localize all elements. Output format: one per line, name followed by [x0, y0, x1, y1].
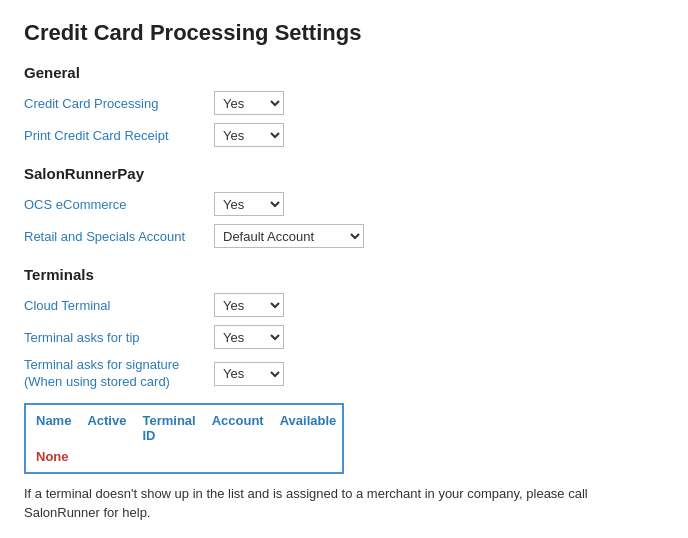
section-general-title: General: [24, 64, 664, 81]
retail-specials-account-select[interactable]: Default Account: [214, 224, 364, 248]
terminal-asks-for-signature-label-container: Terminal asks for signature (When using …: [24, 357, 204, 391]
cloud-terminal-row: Cloud Terminal Yes No: [24, 293, 664, 317]
credit-card-processing-select[interactable]: Yes No: [214, 91, 284, 115]
print-credit-card-receipt-select[interactable]: Yes No: [214, 123, 284, 147]
terminal-asks-for-signature-select[interactable]: Yes No: [214, 362, 284, 386]
section-terminals-title: Terminals: [24, 266, 664, 283]
print-credit-card-receipt-row: Print Credit Card Receipt Yes No: [24, 123, 664, 147]
terminals-table-container: Name Active Terminal ID Account Availabl…: [24, 403, 344, 474]
terminal-asks-for-signature-label-line2: (When using stored card): [24, 374, 204, 391]
col-terminal-id: Terminal ID: [142, 413, 195, 443]
terminal-asks-for-tip-label: Terminal asks for tip: [24, 330, 204, 345]
terminal-asks-for-signature-row: Terminal asks for signature (When using …: [24, 357, 664, 391]
terminal-asks-for-signature-label-line1: Terminal asks for signature: [24, 357, 204, 374]
col-account: Account: [212, 413, 264, 443]
info-text: If a terminal doesn't show up in the lis…: [24, 484, 664, 523]
col-active: Active: [87, 413, 126, 443]
ocs-ecommerce-label: OCS eCommerce: [24, 197, 204, 212]
terminals-table-empty: None: [36, 449, 332, 464]
cloud-terminal-select[interactable]: Yes No: [214, 293, 284, 317]
col-available: Available: [280, 413, 337, 443]
col-name: Name: [36, 413, 71, 443]
cloud-terminal-label: Cloud Terminal: [24, 298, 204, 313]
retail-specials-account-row: Retail and Specials Account Default Acco…: [24, 224, 664, 248]
credit-card-processing-label: Credit Card Processing: [24, 96, 204, 111]
retail-specials-account-label: Retail and Specials Account: [24, 229, 204, 244]
page-title: Credit Card Processing Settings: [24, 20, 664, 46]
section-salonrunnerpay-title: SalonRunnerPay: [24, 165, 664, 182]
print-credit-card-receipt-label: Print Credit Card Receipt: [24, 128, 204, 143]
terminals-table-header: Name Active Terminal ID Account Availabl…: [36, 413, 332, 443]
ocs-ecommerce-row: OCS eCommerce Yes No: [24, 192, 664, 216]
credit-card-processing-row: Credit Card Processing Yes No: [24, 91, 664, 115]
terminal-asks-for-tip-row: Terminal asks for tip Yes No: [24, 325, 664, 349]
terminal-asks-for-tip-select[interactable]: Yes No: [214, 325, 284, 349]
ocs-ecommerce-select[interactable]: Yes No: [214, 192, 284, 216]
